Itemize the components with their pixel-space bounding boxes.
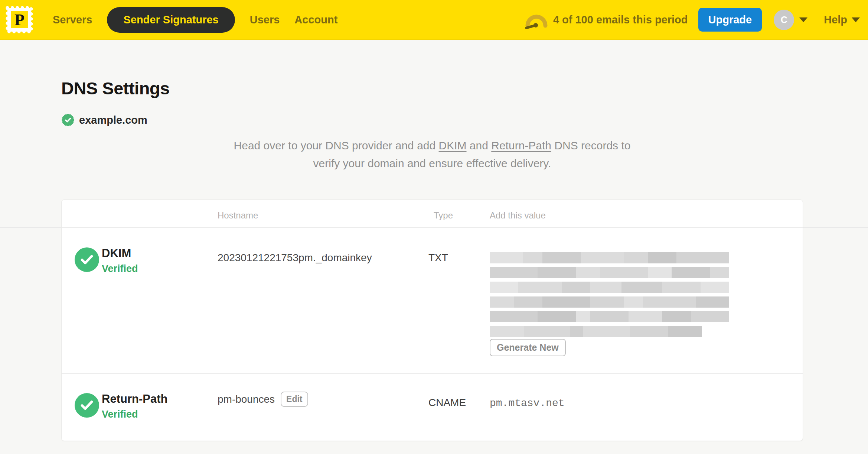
intro-segment: DNS records to <box>551 139 630 152</box>
intro-line2: verify your domain and ensure effective … <box>313 157 551 169</box>
avatar[interactable]: C <box>774 10 794 30</box>
help-label: Help <box>824 14 847 26</box>
usage-gauge-icon <box>525 10 548 29</box>
generate-new-button[interactable]: Generate New <box>490 339 566 356</box>
status-badge: Verified <box>102 409 138 420</box>
redaction-bar <box>490 282 729 293</box>
column-header-type: Type <box>434 210 453 221</box>
hostname-cell: pm-bounces Edit <box>218 392 308 407</box>
help-menu[interactable]: Help <box>824 14 860 26</box>
row-divider <box>62 373 803 374</box>
redacted-dkim-value <box>490 252 729 340</box>
chevron-down-icon <box>799 17 807 22</box>
dkim-link[interactable]: DKIM <box>439 139 467 152</box>
hostname-value: 20230121221753pm._domainkey <box>218 252 372 264</box>
table-header-border <box>62 227 803 228</box>
dns-records-table: Hostname Type Add this value DKIM Verifi… <box>61 200 803 441</box>
record-name: DKIM <box>102 247 131 260</box>
verified-check-icon <box>75 247 99 272</box>
navbar-right-cluster: 4 of 100 emails this period Upgrade C He… <box>525 8 860 32</box>
intro-segment: Head over to your DNS provider and add <box>234 139 439 152</box>
primary-nav: Servers Sender Signatures Users Account <box>53 7 337 33</box>
column-header-hostname: Hostname <box>218 210 258 221</box>
logo-letter: P <box>14 11 25 29</box>
return-path-link[interactable]: Return-Path <box>491 139 551 152</box>
nav-item-sender-signatures-active[interactable]: Sender Signatures <box>107 7 235 33</box>
redaction-bar <box>490 311 729 322</box>
verified-seal-icon <box>61 113 75 127</box>
usage-counter: 4 of 100 emails this period <box>553 14 688 26</box>
dns-settings-screen: P Servers Sender Signatures Users Accoun… <box>0 0 868 454</box>
postmark-logo[interactable]: P <box>4 4 35 35</box>
intro-segment: and <box>467 139 492 152</box>
record-type: CNAME <box>428 397 466 409</box>
status-badge: Verified <box>102 263 138 275</box>
account-menu[interactable]: C <box>774 10 807 30</box>
verified-check-icon <box>75 393 99 418</box>
verified-domain: example.com <box>61 113 147 127</box>
nav-item-account[interactable]: Account <box>294 14 337 26</box>
nav-item-users[interactable]: Users <box>250 14 280 26</box>
redaction-bar <box>490 252 729 263</box>
top-navbar: P Servers Sender Signatures Users Accoun… <box>0 0 868 40</box>
edit-button[interactable]: Edit <box>281 392 308 407</box>
column-header-value: Add this value <box>490 210 546 221</box>
record-name: Return-Path <box>102 392 167 406</box>
domain-name: example.com <box>79 114 147 126</box>
chevron-down-icon <box>852 17 860 22</box>
cname-value: pm.mtasv.net <box>490 398 565 409</box>
redaction-bar <box>490 326 702 337</box>
page-title: DNS Settings <box>61 78 170 98</box>
intro-text: Head over to your DNS provider and add D… <box>61 137 803 172</box>
hostname-value: pm-bounces <box>218 393 275 405</box>
redaction-bar <box>490 267 729 278</box>
upgrade-button[interactable]: Upgrade <box>698 8 762 32</box>
redaction-bar <box>490 296 729 308</box>
nav-item-servers[interactable]: Servers <box>53 14 92 26</box>
record-type: TXT <box>428 252 448 264</box>
